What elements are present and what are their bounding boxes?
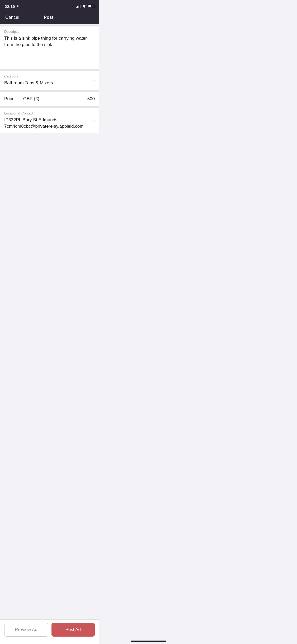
chevron-right-icon: › [93, 78, 95, 82]
bottom-spacer [0, 133, 99, 160]
location-arrow-icon: ↗ [16, 4, 19, 8]
location-content: Location & Contact IP332PL Bury St Edmun… [4, 111, 93, 130]
location-chevron-right-icon: › [93, 118, 95, 123]
category-value: Bathroom Taps & Mixers [4, 80, 93, 86]
signal-icon [76, 5, 81, 8]
description-section: Description This is a sink pipe thing fo… [0, 26, 99, 69]
battery-icon [88, 5, 94, 8]
status-time: 22:19 ↗ [5, 4, 19, 9]
category-content: Category Bathroom Taps & Mixers [4, 74, 93, 86]
status-icons [76, 4, 94, 8]
section-divider-2 [0, 90, 99, 92]
section-divider-1 [0, 69, 99, 71]
nav-title: Post [44, 15, 54, 20]
location-section[interactable]: Location & Contact IP332PL Bury St Edmun… [0, 108, 99, 133]
price-divider [19, 96, 19, 102]
description-label: Description [4, 30, 95, 34]
wifi-icon [82, 4, 86, 8]
cancel-button[interactable]: Cancel [5, 15, 19, 20]
section-divider-top [0, 24, 99, 26]
price-currency: GBP (£) [23, 96, 87, 102]
status-bar: 22:19 ↗ [0, 0, 99, 12]
category-section[interactable]: Category Bathroom Taps & Mixers › [0, 71, 99, 90]
location-label: Location & Contact [4, 111, 93, 115]
nav-bar: Cancel Post [0, 12, 99, 24]
price-value[interactable]: 500 [87, 96, 95, 102]
location-value: IP332PL Bury St Edmunds,7cm4cm8cbc@priva… [4, 117, 93, 130]
description-value[interactable]: This is a sink pipe thing for carrying w… [4, 35, 95, 48]
section-divider-3 [0, 106, 99, 108]
category-label: Category [4, 74, 93, 78]
price-section: Price GBP (£) 500 [0, 92, 99, 106]
price-label: Price [4, 96, 15, 102]
